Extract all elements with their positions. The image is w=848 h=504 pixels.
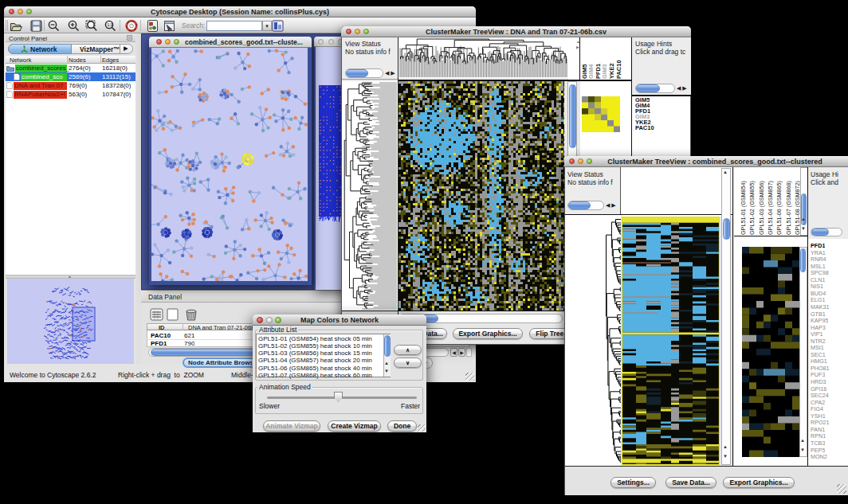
svg-text:1:1: 1:1	[107, 22, 112, 27]
